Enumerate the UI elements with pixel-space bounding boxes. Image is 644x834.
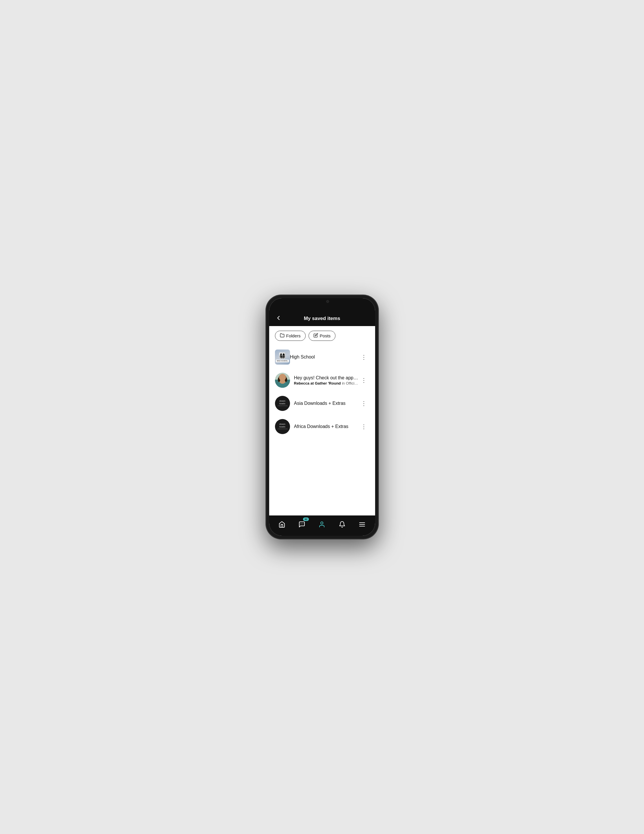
item-title: Asia Downloads + Extras (294, 401, 358, 406)
edit-icon (313, 333, 318, 338)
header: My saved items (269, 311, 375, 326)
item-title: Hey guys! Check out the app and head to … (294, 375, 358, 380)
posts-filter-button[interactable]: Posts (308, 331, 336, 341)
more-options-button[interactable]: ⋮ (358, 399, 369, 408)
messages-badge: 92 (303, 517, 309, 521)
bottom-navigation: 92 (269, 516, 375, 536)
hs-badge: HIGH School (276, 360, 289, 362)
item-content: Hey guys! Check out the app and head to … (294, 375, 358, 385)
svg-point-8 (303, 524, 303, 524)
svg-point-9 (321, 522, 323, 524)
filter-row: Folders Posts (269, 326, 375, 346)
list-item[interactable]: 👨‍👩‍👧‍👦 HIGH School High School ⋮ (269, 346, 375, 369)
rebecca-avatar (275, 373, 290, 388)
africa-downloads-thumbnail: down loads + RESOURCES (275, 419, 290, 434)
item-subtitle: Rebecca at Gather 'Round in Official Upd… (294, 381, 358, 385)
item-title: Africa Downloads + Extras (294, 424, 358, 429)
camera (326, 300, 329, 303)
folder-icon (280, 333, 284, 338)
nav-notifications[interactable] (334, 517, 350, 532)
more-options-button[interactable]: ⋮ (358, 376, 369, 385)
page-title: My saved items (304, 316, 341, 322)
back-button[interactable] (275, 315, 282, 323)
list-item[interactable]: down loads + RESOURCES Africa Downloads … (269, 415, 375, 438)
content-area: Folders Posts 👨‍👩‍� (269, 326, 375, 516)
nav-messages[interactable]: 92 (294, 517, 310, 532)
more-options-button[interactable]: ⋮ (358, 352, 369, 362)
status-bar (269, 298, 375, 311)
location-name: Official Updates (346, 381, 358, 385)
saved-items-list: 👨‍👩‍👧‍👦 HIGH School High School ⋮ (269, 346, 375, 516)
asia-downloads-thumbnail: down loads + RESOURCES (275, 396, 290, 411)
more-options-button[interactable]: ⋮ (358, 422, 369, 431)
svg-point-3 (279, 375, 286, 380)
list-item[interactable]: down loads + RESOURCES Asia Downloads + … (269, 392, 375, 415)
subtitle-in: in (342, 381, 346, 385)
phone-device: My saved items Folders (266, 295, 379, 539)
author-name: Rebecca at Gather 'Round (294, 381, 341, 385)
list-item[interactable]: Hey guys! Check out the app and head to … (269, 369, 375, 392)
folders-label: Folders (286, 333, 301, 338)
folders-filter-button[interactable]: Folders (275, 331, 306, 341)
nav-profile[interactable] (314, 517, 329, 532)
posts-label: Posts (320, 333, 331, 338)
item-title: High School (290, 354, 358, 360)
nav-home[interactable] (274, 517, 289, 532)
phone-screen: My saved items Folders (269, 298, 375, 536)
svg-point-6 (300, 524, 301, 524)
item-content: High School (290, 354, 358, 360)
svg-point-7 (302, 524, 302, 524)
svg-point-5 (285, 377, 287, 382)
item-content: Africa Downloads + Extras (294, 424, 358, 429)
item-content: Asia Downloads + Extras (294, 401, 358, 406)
high-school-thumbnail: 👨‍👩‍👧‍👦 HIGH School (275, 349, 290, 365)
nav-menu[interactable] (355, 517, 370, 532)
notch (305, 298, 339, 305)
svg-point-4 (278, 377, 280, 382)
